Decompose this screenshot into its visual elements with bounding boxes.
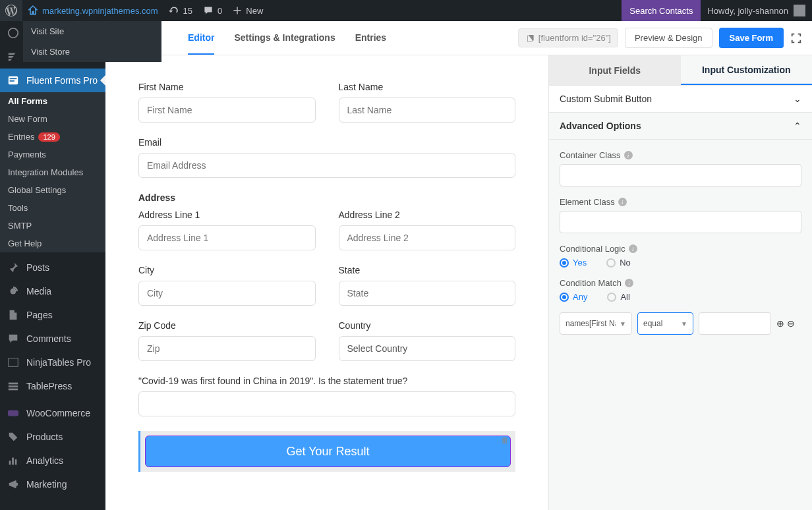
admin-sidebar: FluentCRM Fluent Forms Pro All Forms New… xyxy=(0,21,105,510)
submenu-entries[interactable]: Entries 129 xyxy=(0,128,105,146)
svg-rect-9 xyxy=(8,411,18,416)
svg-rect-2 xyxy=(10,78,17,79)
submenu-new-form[interactable]: New Form xyxy=(0,110,105,128)
condition-value-input[interactable] xyxy=(699,312,771,335)
radio-yes[interactable]: Yes xyxy=(560,258,587,268)
new-content-link[interactable]: New xyxy=(227,0,268,21)
panel-tab-input-fields[interactable]: Input Fields xyxy=(549,55,681,85)
conditional-logic-label: Conditional Logic i xyxy=(560,244,801,254)
menu-media[interactable]: Media xyxy=(0,279,105,303)
addr1-input[interactable] xyxy=(138,225,316,250)
country-label: Country xyxy=(339,320,516,331)
update-icon xyxy=(169,5,179,16)
menu-posts[interactable]: Posts xyxy=(0,256,105,279)
radio-any[interactable]: Any xyxy=(560,292,587,302)
editor-topbar: Submit button Editor Settings & Integrat… xyxy=(105,21,812,55)
last-name-input[interactable] xyxy=(339,98,516,123)
zip-input[interactable] xyxy=(138,336,316,361)
radio-no[interactable]: No xyxy=(606,258,631,268)
pin-icon xyxy=(7,261,20,274)
page-icon xyxy=(7,308,20,322)
svg-rect-3 xyxy=(10,80,14,82)
submenu-payments[interactable]: Payments xyxy=(0,146,105,163)
tab-entries[interactable]: Entries xyxy=(355,22,386,55)
submenu-integration[interactable]: Integration Modules xyxy=(0,163,105,181)
add-condition-icon[interactable]: ⊕ xyxy=(776,318,784,329)
visit-store-link[interactable]: Visit Store xyxy=(23,42,161,62)
condition-operator-select[interactable]: equal▼ xyxy=(637,312,693,335)
svg-rect-7 xyxy=(9,385,18,387)
svg-rect-8 xyxy=(9,389,18,391)
submenu-global-settings[interactable]: Global Settings xyxy=(0,181,105,199)
comments-icon xyxy=(7,332,20,345)
submenu-get-help[interactable]: Get Help xyxy=(0,235,105,252)
address-section-title: Address xyxy=(138,192,515,203)
comments-link[interactable]: 0 xyxy=(198,0,227,21)
svg-rect-10 xyxy=(9,461,11,465)
condition-field-select[interactable]: names[First Name]▼ xyxy=(560,312,632,335)
menu-tablepress[interactable]: TablePress xyxy=(0,374,105,398)
accordion-advanced-options[interactable]: Advanced Options⌃ xyxy=(549,113,812,140)
form-submit-button[interactable]: Get Your Result xyxy=(145,436,511,467)
submenu-all-forms[interactable]: All Forms xyxy=(0,92,105,110)
addr1-label: Address Line 1 xyxy=(138,210,316,220)
trash-icon[interactable]: 🗑 xyxy=(501,436,509,445)
info-icon[interactable]: i xyxy=(618,198,627,206)
city-label: City xyxy=(138,265,316,275)
last-name-label: Last Name xyxy=(339,82,516,92)
menu-marketing[interactable]: Marketing xyxy=(0,472,105,496)
container-class-label: Container Class i xyxy=(560,150,801,160)
menu-fluentforms[interactable]: Fluent Forms Pro xyxy=(0,69,105,92)
chevron-up-icon: ⌃ xyxy=(794,121,801,131)
save-form-button[interactable]: Save Form xyxy=(719,28,784,48)
user-account-menu[interactable]: Howdy, jolly-shannon xyxy=(701,5,812,16)
country-select[interactable]: Select Country xyxy=(339,336,516,361)
wp-logo[interactable] xyxy=(0,0,22,21)
email-input[interactable] xyxy=(138,153,515,178)
submenu-smtp[interactable]: SMTP xyxy=(0,217,105,235)
site-name-link[interactable]: marketing.wpninjathemes.com xyxy=(22,0,163,21)
info-icon[interactable]: i xyxy=(629,244,637,253)
menu-ninjatables[interactable]: NinjaTables Pro xyxy=(0,351,105,374)
submenu-tools[interactable]: Tools xyxy=(0,199,105,217)
element-class-input[interactable] xyxy=(560,211,801,233)
fluentforms-submenu: All Forms New Form Entries 129 Payments … xyxy=(0,92,105,252)
element-class-label: Element Class i xyxy=(560,197,801,207)
updates-link[interactable]: 15 xyxy=(163,0,198,21)
state-label: State xyxy=(339,265,516,275)
right-panel: Input Fields Input Customization Custom … xyxy=(548,55,812,510)
tab-editor[interactable]: Editor xyxy=(188,22,214,55)
preview-button[interactable]: Preview & Design xyxy=(625,28,712,48)
fullscreen-icon[interactable] xyxy=(790,32,802,44)
menu-pages[interactable]: Pages xyxy=(0,303,105,327)
form-canvas: First Name Last Name Email Address Addre… xyxy=(105,55,548,510)
question-label: "Covid-19 was first found in China in 20… xyxy=(138,376,515,386)
radio-all[interactable]: All xyxy=(607,292,629,302)
info-icon[interactable]: i xyxy=(625,279,633,287)
search-contacts-button[interactable]: Search Contacts xyxy=(622,0,701,21)
city-input[interactable] xyxy=(138,281,316,306)
tab-settings[interactable]: Settings & Integrations xyxy=(234,22,335,55)
addr2-input[interactable] xyxy=(339,225,516,250)
state-input[interactable] xyxy=(339,281,516,306)
accordion-custom-submit[interactable]: Custom Submit Button⌄ xyxy=(549,86,812,113)
menu-comments[interactable]: Comments xyxy=(0,327,105,351)
visit-site-link[interactable]: Visit Site xyxy=(23,21,161,42)
addr2-label: Address Line 2 xyxy=(339,210,516,220)
first-name-input[interactable] xyxy=(138,98,316,123)
question-input[interactable] xyxy=(138,391,515,416)
submit-button-wrapper[interactable]: 🗑 Get Your Result xyxy=(138,431,515,472)
shortcode-display[interactable]: [fluentform id="26"] xyxy=(518,28,618,47)
menu-woocommerce[interactable]: WooCommerce xyxy=(0,401,105,425)
container-class-input[interactable] xyxy=(560,164,801,186)
condition-match-label: Condition Match i xyxy=(560,278,801,288)
panel-tab-customization[interactable]: Input Customization xyxy=(681,55,813,85)
first-name-label: First Name xyxy=(138,82,316,92)
menu-analytics[interactable]: Analytics xyxy=(0,449,105,472)
menu-products[interactable]: Products xyxy=(0,425,105,449)
info-icon[interactable]: i xyxy=(624,151,633,159)
fluentcrm-icon xyxy=(7,50,20,63)
svg-rect-5 xyxy=(9,358,18,367)
remove-condition-icon[interactable]: ⊖ xyxy=(787,318,795,329)
home-icon xyxy=(28,5,38,16)
